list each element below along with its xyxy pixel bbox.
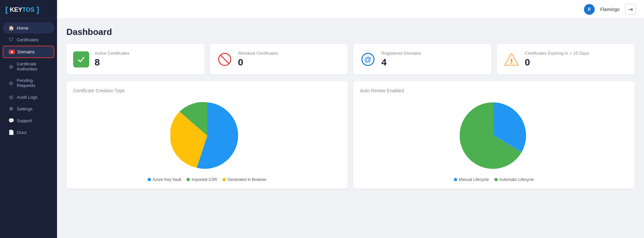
- pending-requests-icon: ◎: [8, 80, 14, 86]
- revoked-certs-label: Revoked Certificates: [238, 51, 278, 56]
- active-certs-info: Active Certificates 8: [95, 51, 129, 68]
- stat-card-active-certs: Active Certificates 8: [66, 44, 205, 75]
- chart-auto-renew-container: [457, 99, 531, 173]
- sidebar-item-home[interactable]: 🏠 Home: [3, 22, 54, 34]
- sidebar-item-pending-requests[interactable]: ◎ Pending Requests: [3, 75, 54, 91]
- sidebar-item-certificates[interactable]: 🛡 Certificates: [3, 34, 54, 45]
- registered-domains-label: Registered Domains: [381, 51, 421, 56]
- sidebar-item-certificate-authorities[interactable]: ◎ Certificate Authorities: [3, 58, 54, 75]
- domains-icon: ■: [9, 50, 15, 54]
- sidebar-item-label: Domains: [17, 49, 35, 54]
- chart-cert-creation: Certificate Creation Type: [66, 81, 348, 189]
- sidebar-item-domains[interactable]: ■ Domains: [3, 46, 54, 58]
- legend-imported-csr: Imported CSR: [186, 177, 217, 182]
- stat-card-registered-domains: @ Registered Domains 4: [353, 44, 491, 75]
- registered-domains-info: Registered Domains 4: [381, 51, 421, 68]
- pie-cert-creation: [170, 99, 244, 173]
- sidebar-nav: 🏠 Home 🛡 Certificates ■ Domains ◎ Certif…: [0, 18, 57, 238]
- stat-card-revoked-certs: Revoked Certificates 0: [210, 44, 348, 75]
- home-icon: 🏠: [8, 25, 14, 31]
- svg-text:!: !: [510, 58, 513, 65]
- support-icon: 💬: [8, 118, 14, 123]
- sidebar-item-label: Home: [17, 26, 29, 31]
- sidebar-item-label: Support: [17, 118, 32, 123]
- legend-dot-azure: [148, 178, 151, 181]
- stat-card-expiring-certs: ! Certificates Expiring in < 15 Days 0: [497, 44, 635, 75]
- legend-label-automatic: Automatic Lifecycle: [499, 177, 534, 182]
- chart-auto-renew: Auto Renew Enabled Manual Life: [353, 81, 635, 189]
- avatar: F: [584, 4, 595, 15]
- sidebar-item-audit-logs[interactable]: ◎ Audit Logs: [3, 91, 54, 103]
- legend-azure-key-vault: Azure Key Vault: [148, 177, 181, 182]
- sidebar-item-support[interactable]: 💬 Support: [3, 115, 54, 126]
- active-certs-value: 8: [95, 57, 129, 68]
- legend-dot-manual: [454, 178, 457, 181]
- chart-auto-renew-title: Auto Renew Enabled: [360, 88, 404, 93]
- legend-manual-lifecycle: Manual Lifecycle: [454, 177, 489, 182]
- legend-dot-automatic: [494, 178, 498, 181]
- sidebar: [ KEYTOS ] 🏠 Home 🛡 Certificates ■ Domai…: [0, 0, 57, 238]
- user-name: Flamingo: [600, 7, 620, 12]
- sidebar-item-docs[interactable]: 📄 Docs: [3, 127, 54, 138]
- sidebar-item-label: Certificates: [17, 37, 39, 42]
- logo-key-text: KEY: [10, 6, 22, 13]
- legend-label-imported: Imported CSR: [192, 177, 217, 182]
- logout-icon: ⇥: [628, 6, 633, 13]
- revoked-certs-value: 0: [238, 57, 278, 68]
- expiring-certs-label: Certificates Expiring in < 15 Days: [525, 51, 589, 56]
- settings-icon: ⚙: [8, 106, 14, 111]
- chart-cert-creation-title: Certificate Creation Type: [73, 88, 125, 93]
- registered-domains-value: 4: [381, 57, 421, 68]
- pie-auto-renew: [457, 99, 531, 173]
- certificate-authorities-icon: ◎: [8, 64, 14, 69]
- svg-line-2: [220, 55, 229, 64]
- sidebar-item-label: Pending Requests: [17, 78, 49, 88]
- legend-label-azure: Azure Key Vault: [153, 177, 181, 182]
- sidebar-item-label: Audit Logs: [17, 95, 37, 100]
- active-certs-label: Active Certificates: [95, 51, 129, 56]
- audit-logs-icon: ◎: [8, 94, 14, 100]
- legend-generated-browser: Generated in Browser: [222, 177, 267, 182]
- legend-label-manual: Manual Lifecycle: [459, 177, 489, 182]
- svg-text:@: @: [364, 55, 371, 63]
- logo-tos-text: TOS: [22, 6, 35, 13]
- registered-domains-icon: @: [360, 51, 376, 67]
- expiring-certs-icon: !: [503, 51, 520, 67]
- legend-label-generated: Generated in Browser: [227, 177, 267, 182]
- main-content: F Flamingo ⇥ Dashboard Active Certificat…: [57, 0, 644, 238]
- logo-bracket-left: [: [5, 6, 8, 13]
- header: F Flamingo ⇥: [57, 0, 644, 19]
- expiring-certs-info: Certificates Expiring in < 15 Days 0: [525, 51, 589, 68]
- stats-row: Active Certificates 8 Revoked Certificat…: [66, 44, 635, 75]
- legend-auto-renew: Manual Lifecycle Automatic Lifecycle: [454, 177, 534, 182]
- logo-bracket-right: ]: [37, 6, 39, 13]
- active-certs-icon: [73, 51, 89, 67]
- expiring-certs-value: 0: [525, 57, 589, 68]
- legend-dot-imported: [186, 178, 190, 181]
- certificates-icon: 🛡: [8, 37, 14, 42]
- header-right: F Flamingo ⇥: [584, 4, 636, 15]
- content-area: Dashboard Active Certificates 8: [57, 19, 644, 238]
- chart-cert-creation-container: [170, 99, 244, 173]
- legend-dot-generated: [222, 178, 226, 181]
- legend-automatic-lifecycle: Automatic Lifecycle: [494, 177, 534, 182]
- legend-cert-creation: Azure Key Vault Imported CSR Generated i…: [148, 177, 267, 182]
- logo: [ KEYTOS ]: [0, 0, 57, 18]
- docs-icon: 📄: [8, 130, 14, 135]
- logout-button[interactable]: ⇥: [625, 4, 636, 15]
- revoked-certs-icon: [217, 51, 233, 67]
- sidebar-item-label: Docs: [17, 130, 27, 135]
- revoked-certs-info: Revoked Certificates 0: [238, 51, 278, 68]
- charts-row: Certificate Creation Type: [66, 81, 635, 189]
- sidebar-item-label: Settings: [17, 106, 33, 111]
- sidebar-item-label: Certificate Authorities: [17, 61, 49, 72]
- page-title: Dashboard: [66, 27, 635, 37]
- sidebar-item-settings[interactable]: ⚙ Settings: [3, 103, 54, 114]
